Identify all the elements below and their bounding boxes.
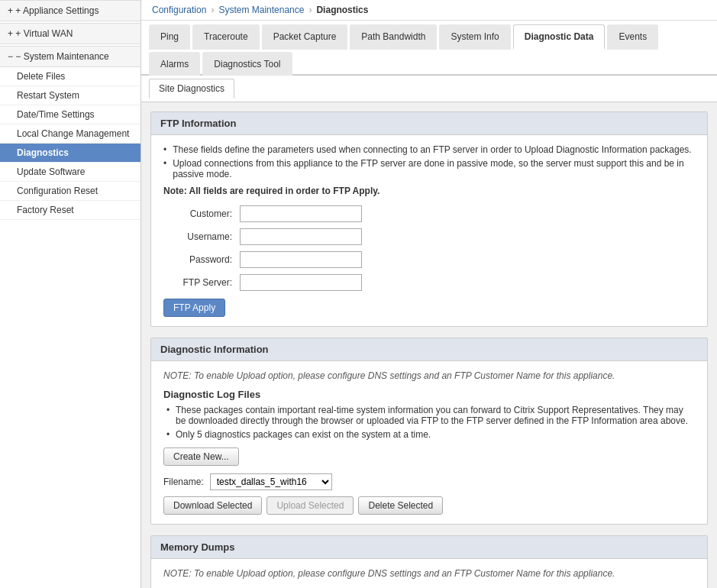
ftp-section-header: FTP Information [151, 112, 707, 135]
diagnostic-section-header: Diagnostic Information [151, 338, 707, 361]
sidebar-item-configuration-reset[interactable]: Configuration Reset [0, 182, 140, 201]
breadcrumb: Configuration › System Maintenance › Dia… [141, 0, 717, 21]
ftp-note-1: These fields define the parameters used … [163, 144, 695, 155]
diagnostic-section-body: NOTE: To enable Upload option, please co… [151, 361, 707, 524]
sub-tabs-bar: Site Diagnostics [141, 76, 717, 102]
ftp-note-2: Upload connections from this appliance t… [163, 158, 695, 179]
sidebar-item-restart-system[interactable]: Restart System [0, 86, 140, 105]
tab-events[interactable]: Events [607, 24, 658, 50]
ftp-username-row: Username: [163, 228, 695, 245]
memory-section-header: Memory Dumps [151, 536, 707, 559]
ftp-apply-row: FTP Apply [163, 299, 695, 317]
ftp-customer-label: Customer: [163, 208, 240, 219]
memory-section-body: NOTE: To enable Upload option, please co… [151, 559, 707, 588]
ftp-password-input[interactable] [240, 251, 362, 268]
ftp-password-row: Password: [163, 251, 695, 268]
filename-row: Filename: testx_dallas_5_with16 [163, 473, 695, 490]
ftp-required-note: Note: All fields are required in order t… [163, 186, 695, 196]
sidebar-item-factory-reset[interactable]: Factory Reset [0, 201, 140, 220]
tab-packet-capture[interactable]: Packet Capture [262, 24, 348, 50]
sidebar-item-local-change-management[interactable]: Local Change Management [0, 124, 140, 144]
diagnostic-log-files-title: Diagnostic Log Files [163, 389, 695, 400]
sidebar-item-delete-files[interactable]: Delete Files [0, 67, 140, 86]
ftp-customer-row: Customer: [163, 205, 695, 222]
diagnostic-information-panel: Diagnostic Information NOTE: To enable U… [150, 338, 708, 525]
sidebar-item-update-software[interactable]: Update Software [0, 163, 140, 182]
tab-diagnostic-data[interactable]: Diagnostic Data [513, 24, 606, 50]
tab-traceroute[interactable]: Traceroute [192, 24, 260, 50]
sub-tab-site-diagnostics[interactable]: Site Diagnostics [149, 79, 234, 99]
filename-select[interactable]: testx_dallas_5_with16 [210, 473, 332, 490]
memory-note: NOTE: To enable Upload option, please co… [163, 568, 695, 579]
ftp-customer-input[interactable] [240, 205, 362, 222]
ftp-server-row: FTP Server: [163, 274, 695, 291]
diagnostic-note: NOTE: To enable Upload option, please co… [163, 370, 695, 381]
log-action-buttons: Download Selected Upload Selected Delete… [163, 496, 695, 515]
breadcrumb-system-maintenance[interactable]: System Maintenance [218, 5, 304, 15]
sidebar-item-datetime-settings[interactable]: Date/Time Settings [0, 105, 140, 124]
ftp-server-label: FTP Server: [163, 277, 240, 288]
breadcrumb-sep-1: › [211, 5, 214, 15]
download-selected-button[interactable]: Download Selected [163, 496, 262, 515]
create-new-button[interactable]: Create New... [163, 447, 239, 466]
breadcrumb-current: Diagnostics [316, 5, 368, 15]
ftp-password-label: Password: [163, 254, 240, 265]
ftp-section-body: These fields define the parameters used … [151, 135, 707, 326]
ftp-server-input[interactable] [240, 274, 362, 291]
delete-selected-button[interactable]: Delete Selected [358, 496, 443, 515]
ftp-apply-button[interactable]: FTP Apply [163, 299, 225, 317]
memory-dumps-panel: Memory Dumps NOTE: To enable Upload opti… [150, 535, 708, 588]
tab-path-bandwidth[interactable]: Path Bandwidth [350, 24, 437, 50]
ftp-username-input[interactable] [240, 228, 362, 245]
main-content-body: FTP Information These fields define the … [141, 102, 717, 588]
tab-diagnostics-tool[interactable]: Diagnostics Tool [202, 52, 292, 76]
plus-icon: + [8, 28, 13, 39]
tabs-bar: Ping Traceroute Packet Capture Path Band… [141, 21, 717, 76]
main-content: Configuration › System Maintenance › Dia… [141, 0, 717, 588]
sidebar-section-virtual-wan[interactable]: + + Virtual WAN [0, 23, 140, 44]
tab-alarms[interactable]: Alarms [149, 52, 200, 76]
sidebar-item-diagnostics[interactable]: Diagnostics [0, 144, 140, 163]
ftp-username-label: Username: [163, 231, 240, 242]
ftp-information-panel: FTP Information These fields define the … [150, 111, 708, 327]
tab-ping[interactable]: Ping [149, 24, 190, 50]
sidebar: + + Appliance Settings + + Virtual WAN −… [0, 0, 141, 588]
diagnostic-log-note-1: These packages contain important real-ti… [163, 405, 695, 426]
minus-icon: − [8, 51, 13, 62]
sidebar-section-system-maintenance[interactable]: − − System Maintenance [0, 46, 140, 67]
diagnostic-log-note-2: Only 5 diagnostics packages can exist on… [163, 429, 695, 440]
sidebar-section-appliance-settings[interactable]: + + Appliance Settings [0, 0, 140, 21]
tab-system-info[interactable]: System Info [439, 24, 510, 50]
filename-label: Filename: [163, 477, 204, 487]
breadcrumb-configuration[interactable]: Configuration [152, 5, 206, 15]
create-new-row: Create New... [163, 447, 695, 466]
plus-icon: + [8, 5, 13, 16]
breadcrumb-sep-2: › [308, 5, 312, 15]
upload-selected-button[interactable]: Upload Selected [266, 496, 354, 515]
